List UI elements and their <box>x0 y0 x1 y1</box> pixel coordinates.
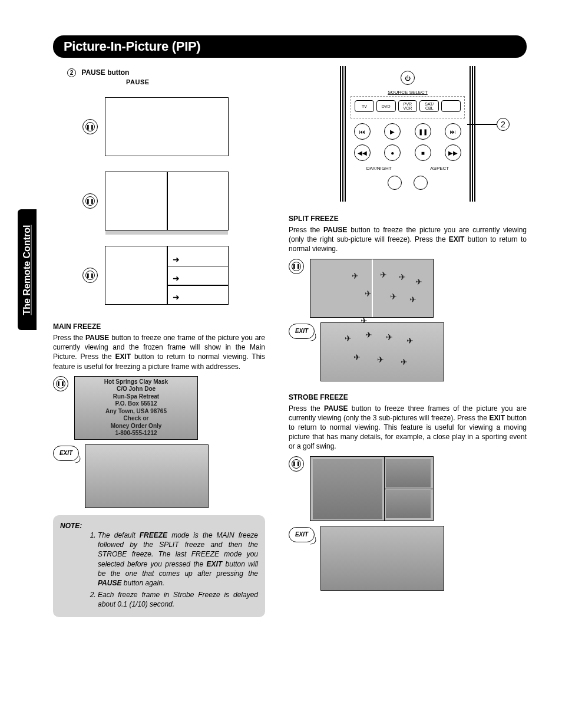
plane-icon: ✈ <box>386 332 393 342</box>
main-freeze-example-live <box>85 444 209 508</box>
main-freeze-diagram <box>105 97 229 156</box>
plane-icon: ✈ <box>401 357 408 367</box>
main-freeze-heading: MAIN FREEZE <box>53 322 265 331</box>
pause-icon: ❚❚ <box>53 376 68 391</box>
freeze-mode-diagrams: ❚❚ ❚❚ ❚❚ ➜ ➜ ➜ <box>82 97 265 305</box>
pause-icon: ❚❚ <box>289 456 304 472</box>
plane-icon: ✈ <box>406 336 414 345</box>
callout-2: 2 <box>467 118 510 131</box>
split-freeze-diagram <box>105 172 229 230</box>
exit-icon: EXIT <box>289 324 315 339</box>
page-title: Picture-In-Picture (PIP) <box>53 35 527 58</box>
plane-icon: ✈ <box>415 277 422 286</box>
source-select-group: TV DVD PVR VCR SAT/ CBL <box>351 96 465 118</box>
side-tab-label: The Remote Control <box>22 225 32 315</box>
note-item-1: The default FREEZE mode is the MAIN free… <box>98 531 258 588</box>
source-sat-button: SAT/ CBL <box>419 100 439 112</box>
plane-icon: ✈ <box>345 334 352 343</box>
strobe-freeze-text: Press the PAUSE button to freeze three f… <box>289 404 527 452</box>
ffwd-icon: ▶▶ <box>445 144 461 161</box>
exit-icon: EXIT <box>53 446 79 461</box>
strobe-freeze-diagram: ➜ ➜ ➜ <box>105 246 229 305</box>
note-label: NOTE: <box>60 522 82 530</box>
plane-icon: ✈ <box>365 289 372 298</box>
strobe-freeze-live <box>320 526 444 591</box>
exit-icon: EXIT <box>289 527 315 542</box>
climber-sub-image <box>386 459 431 487</box>
record-icon: ● <box>384 144 401 161</box>
strobe-freeze-heading: STROBE FREEZE <box>289 393 527 401</box>
source-tv-button: TV <box>355 100 374 112</box>
plane-icon: ✈ <box>399 272 406 282</box>
strobe-freeze-example <box>310 456 434 521</box>
plane-icon: ✈ <box>352 271 359 281</box>
prev-icon: ⏮ <box>354 123 371 140</box>
split-freeze-text: Press the PAUSE button to freeze the pic… <box>289 225 527 254</box>
pause-icon: ❚❚ <box>82 268 98 283</box>
main-freeze-text: Press the PAUSE button to freeze one fra… <box>53 333 265 371</box>
pause-sub-label: PAUSE <box>126 78 265 85</box>
arrow-icon: ➜ <box>173 255 180 264</box>
note-box: NOTE: The default FREEZE mode is the MAI… <box>53 515 265 618</box>
arrow-icon: ➜ <box>173 292 180 302</box>
play-icon: ▶ <box>384 123 401 140</box>
pause-icon: ❚❚ <box>82 193 98 209</box>
remote-diagram: ⏻ SOURCE SELECT TV DVD PVR VCR SAT/ CBL … <box>340 66 475 202</box>
plane-icon: ✈ <box>377 355 384 364</box>
stop-icon: ■ <box>415 144 431 161</box>
plane-icon: ✈ <box>353 353 361 362</box>
pause-icon: ❚❚ <box>289 259 304 274</box>
next-icon: ⏭ <box>445 123 461 140</box>
rewind-icon: ◀◀ <box>354 144 371 161</box>
pause-button-remote: ❚❚ <box>415 123 431 140</box>
power-icon: ⏻ <box>401 71 415 85</box>
split-freeze-heading: SPLIT FREEZE <box>289 215 527 223</box>
source-select-label: SOURCE SELECT <box>347 90 468 95</box>
side-tab: The Remote Control <box>18 209 37 330</box>
arrow-icon: ➜ <box>173 274 180 283</box>
climber-sub-image <box>386 490 431 518</box>
split-freeze-live: ✈ ✈ ✈ ✈ ✈ ✈ ✈ <box>320 322 444 381</box>
step-number-icon: 2 <box>67 68 76 77</box>
source-blank-button <box>441 100 461 112</box>
plane-icon: ✈ <box>380 270 387 279</box>
pause-button-label: PAUSE button <box>81 68 129 77</box>
plane-icon: ✈ <box>390 292 397 301</box>
pause-icon: ❚❚ <box>82 119 98 134</box>
aspect-label: ASPECT <box>430 166 449 171</box>
split-freeze-example: ✈ ✈ ✈ ✈ ✈ ✈ ✈ ✈ <box>310 259 434 318</box>
daynight-label: DAY/NIGHT <box>366 166 392 171</box>
aspect-button <box>414 176 428 190</box>
note-item-2: Each freeze frame in Strobe Freeze is de… <box>98 590 258 609</box>
climber-main-image <box>313 459 382 519</box>
plane-icon: ✈ <box>409 295 416 304</box>
pause-button-heading: 2 PAUSE button PAUSE <box>67 68 265 85</box>
source-dvd-button: DVD <box>376 100 396 112</box>
daynight-button <box>388 176 402 190</box>
main-freeze-example-address: Hot Springs Clay Mask C/O John Doe Run-S… <box>74 376 198 440</box>
plane-icon: ✈ <box>365 330 372 340</box>
source-pvr-button: PVR VCR <box>398 100 418 112</box>
